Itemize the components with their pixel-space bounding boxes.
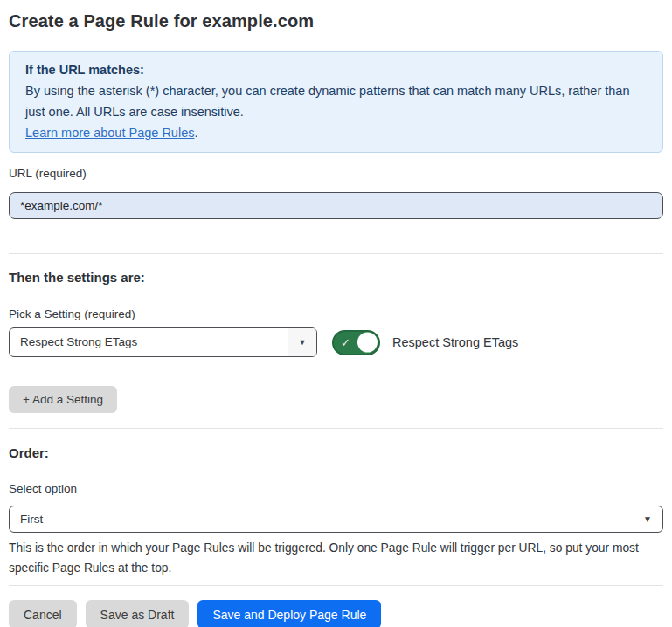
footer-buttons: Cancel Save as Draft Save and Deploy Pag… — [9, 600, 663, 627]
setting-select-arrow-button[interactable]: ▼ — [288, 328, 316, 356]
learn-more-link[interactable]: Learn more about Page Rules — [25, 126, 194, 140]
cancel-button[interactable]: Cancel — [9, 600, 77, 627]
url-match-info-box: If the URL matches: By using the asteris… — [9, 51, 663, 153]
setting-select-value: Respect Strong ETags — [10, 328, 288, 356]
chevron-down-icon: ▼ — [643, 514, 652, 524]
respect-strong-etags-toggle[interactable]: ✓ — [332, 330, 380, 355]
order-select-label: Select option — [9, 482, 663, 496]
order-select-value: First — [20, 513, 43, 526]
url-input[interactable] — [9, 192, 663, 219]
toggle-knob — [357, 333, 378, 353]
settings-section-heading: Then the settings are: — [9, 270, 663, 286]
order-select[interactable]: First ▼ — [9, 506, 663, 533]
order-section-heading: Order: — [9, 445, 663, 461]
save-and-deploy-button[interactable]: Save and Deploy Page Rule — [197, 600, 381, 627]
divider — [9, 428, 663, 429]
info-box-heading: If the URL matches: — [25, 59, 647, 80]
info-box-body: By using the asterisk (*) character, you… — [25, 80, 647, 122]
caret-down-icon: ▼ — [299, 338, 307, 347]
pick-setting-label: Pick a Setting (required) — [9, 307, 663, 321]
info-box-link-line: Learn more about Page Rules. — [25, 122, 647, 143]
url-field-label: URL (required) — [9, 167, 663, 181]
divider — [9, 253, 663, 254]
link-period: . — [194, 126, 197, 140]
check-icon: ✓ — [341, 337, 350, 348]
add-setting-button[interactable]: + Add a Setting — [9, 386, 117, 413]
save-as-draft-button[interactable]: Save as Draft — [86, 600, 190, 627]
setting-select[interactable]: Respect Strong ETags ▼ — [9, 327, 317, 357]
toggle-label: Respect Strong ETags — [392, 335, 518, 349]
order-help-text: This is the order in which your Page Rul… — [9, 539, 663, 578]
page-title: Create a Page Rule for example.com — [9, 10, 663, 31]
setting-row: Respect Strong ETags ▼ ✓ Respect Strong … — [9, 327, 663, 357]
divider — [9, 585, 663, 586]
